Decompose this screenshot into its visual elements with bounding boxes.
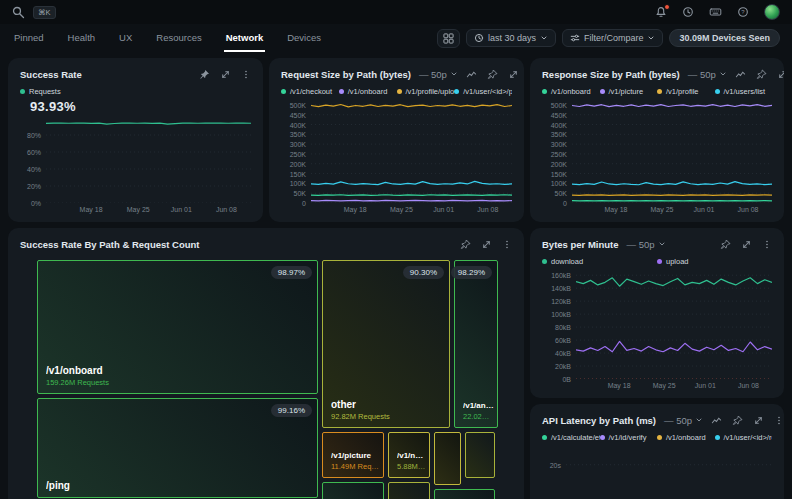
- pin-icon[interactable]: [720, 239, 731, 250]
- user-avatar[interactable]: [764, 4, 780, 20]
- percentile-dropdown[interactable]: — 50p: [419, 69, 458, 80]
- y-axis-tick: 40%: [27, 166, 41, 173]
- treemap-node[interactable]: [465, 432, 495, 478]
- legend-label: Requests: [29, 87, 61, 96]
- expand-icon[interactable]: [753, 415, 764, 426]
- legend-item[interactable]: /v1/user/<id>/rem...: [715, 433, 773, 442]
- x-axis-tick: Jun 08: [477, 206, 498, 213]
- kebab-menu-icon[interactable]: [774, 415, 784, 426]
- treemap-node[interactable]: [434, 432, 461, 485]
- pin-icon[interactable]: [460, 239, 471, 250]
- expand-icon[interactable]: [481, 239, 492, 250]
- expand-icon[interactable]: [508, 69, 519, 80]
- legend-item[interactable]: download: [542, 257, 657, 266]
- path-label: /ping: [46, 480, 314, 491]
- legend-item[interactable]: /v1/picture: [600, 87, 658, 96]
- tab-health[interactable]: Health: [66, 24, 97, 52]
- chart-type-icon[interactable]: [735, 69, 746, 80]
- time-range-label: last 30 days: [488, 33, 536, 43]
- time-range-dropdown[interactable]: last 30 days: [466, 29, 556, 47]
- pin-icon[interactable]: [756, 69, 767, 80]
- legend-dot: [600, 89, 605, 94]
- percentile-dropdown[interactable]: — 50p: [627, 239, 666, 250]
- legend-item[interactable]: upload: [657, 257, 772, 266]
- treemap-node-label: /ping: [46, 480, 314, 491]
- y-axis-tick: 50K: [555, 190, 567, 197]
- devices-seen-badge[interactable]: 30.09M Devices Seen: [669, 29, 780, 47]
- legend-item[interactable]: /v1/profile/upload: [397, 87, 455, 96]
- legend-dot: [542, 89, 547, 94]
- bytes-per-minute-chart: 160kB140kB120kB100kB80kB60kB40kB20kB0BMa…: [542, 270, 772, 392]
- tab-pinned[interactable]: Pinned: [12, 24, 46, 52]
- legend-item[interactable]: /v1/onboard: [542, 87, 600, 96]
- y-axis-tick: 80%: [27, 132, 41, 139]
- pin-icon[interactable]: [199, 69, 210, 80]
- tab-resources[interactable]: Resources: [154, 24, 203, 52]
- legend-item[interactable]: /v1/checkout: [281, 87, 339, 96]
- legend-item[interactable]: /v1/users/list: [715, 87, 773, 96]
- card-response-size: Response Size by Path (bytes) — 50p: [530, 58, 784, 222]
- notifications-bell-icon[interactable]: [655, 6, 667, 18]
- legend-item[interactable]: /v1/id/verify: [600, 433, 658, 442]
- kebab-menu-icon[interactable]: [241, 69, 251, 80]
- dashboard-grid: Success Rate Requests 93.93% 80%60%40%20…: [0, 52, 792, 499]
- help-icon[interactable]: ?: [737, 6, 749, 18]
- treemap-node-v1-notifi[interactable]: /v1/notifi...5.88M Requ...: [388, 432, 430, 478]
- search-shortcut-badge: ⌘K: [33, 6, 56, 19]
- y-axis-tick: 400K: [551, 121, 567, 128]
- kebab-menu-icon[interactable]: [502, 239, 512, 250]
- treemap-node-ping[interactable]: 99.16%/ping: [37, 398, 318, 498]
- x-axis-tick: May 18: [605, 206, 628, 213]
- legend-item[interactable]: /v1/calculate/eta: [542, 433, 600, 442]
- chart-type-icon[interactable]: [711, 415, 722, 426]
- filter-compare-dropdown[interactable]: Filter/Compare: [562, 29, 664, 47]
- y-axis-tick: 450K: [290, 111, 306, 118]
- legend-label: /v1/picture: [609, 87, 644, 96]
- treemap-node[interactable]: [434, 489, 495, 499]
- kebab-menu-icon[interactable]: [762, 239, 772, 250]
- card-title: Success Rate: [20, 69, 82, 80]
- pin-icon[interactable]: [732, 415, 743, 426]
- tab-devices[interactable]: Devices: [285, 24, 323, 52]
- expand-icon[interactable]: [741, 239, 752, 250]
- legend-label: /v1/user/<id>/rem...: [724, 433, 773, 442]
- treemap-node-v1-onboard[interactable]: 98.97%/v1/onboard159.26M Requests: [37, 260, 318, 394]
- legend-label: upload: [666, 257, 689, 266]
- percentile-dropdown[interactable]: — 50p: [688, 69, 727, 80]
- treemap-node-label: /v1/onboard159.26M Requests: [46, 365, 314, 387]
- legend-dot: [397, 89, 402, 94]
- keyboard-shortcuts-icon[interactable]: [709, 6, 722, 18]
- expand-icon[interactable]: [777, 69, 784, 80]
- layout-grid-button[interactable]: [437, 29, 460, 48]
- tab-ux[interactable]: UX: [117, 24, 134, 52]
- treemap-node-label: /v1/notifi...5.88M Requ...: [397, 451, 426, 471]
- x-axis-tick: Jun 08: [738, 382, 759, 389]
- treemap-node-other[interactable]: 90.30%other92.82M Requests: [322, 260, 450, 428]
- request-count-label: 159.26M Requests: [46, 378, 314, 387]
- pin-icon[interactable]: [487, 69, 498, 80]
- treemap-node[interactable]: [322, 482, 384, 499]
- path-label: /v1/ana...: [463, 401, 494, 410]
- treemap-node-v1-picture[interactable]: /v1/picture11.49M Requests: [322, 432, 384, 478]
- history-clock-icon[interactable]: [682, 6, 694, 18]
- x-axis-tick: May 25: [390, 206, 413, 213]
- chart-type-icon[interactable]: [466, 69, 477, 80]
- treemap-node-v1-ana[interactable]: 98.29%/v1/ana...22.02M Re...: [454, 260, 498, 428]
- percentile-dropdown[interactable]: — 50p: [664, 415, 703, 426]
- treemap-node[interactable]: [388, 482, 430, 499]
- y-axis-tick: 100K: [551, 180, 567, 187]
- legend-item[interactable]: /v1/onboard: [657, 433, 715, 442]
- legend-item[interactable]: /v1/profile: [657, 87, 715, 96]
- expand-icon[interactable]: [220, 69, 231, 80]
- y-axis-tick: 60%: [27, 149, 41, 156]
- tab-network[interactable]: Network: [224, 24, 265, 52]
- legend-item[interactable]: /v1/onboard: [339, 87, 397, 96]
- legend-dot: [657, 259, 662, 264]
- legend-item[interactable]: /v1/user/<id>/profile: [454, 87, 512, 96]
- legend-item[interactable]: Requests: [20, 87, 251, 96]
- legend-label: download: [551, 257, 583, 266]
- y-axis-tick: 50K: [294, 190, 306, 197]
- search-icon[interactable]: [12, 6, 25, 19]
- y-axis-tick: 200K: [551, 160, 567, 167]
- card-title: Success Rate By Path & Request Count: [20, 239, 200, 250]
